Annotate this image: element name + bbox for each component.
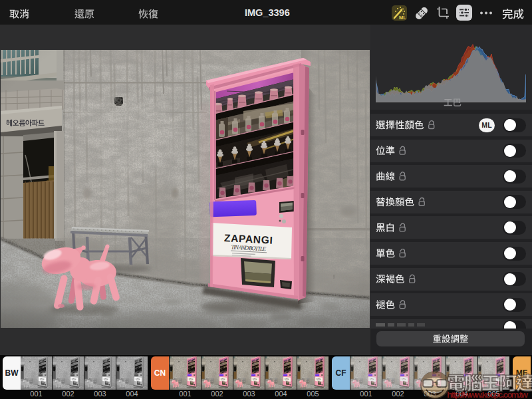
svg-text:http://www.kocpc.com.tw: http://www.kocpc.com.tw: [447, 390, 528, 399]
